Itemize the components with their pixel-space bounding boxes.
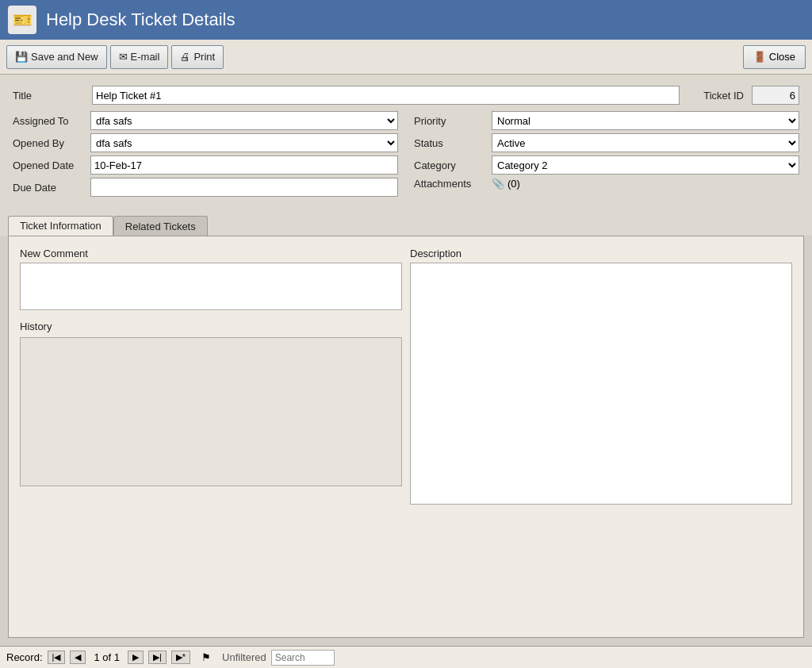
print-icon: 🖨	[180, 51, 190, 63]
nav-first-button[interactable]: |◀	[48, 651, 66, 664]
opened-date-input[interactable]	[90, 155, 398, 175]
attachments-label: Attachments	[414, 178, 485, 190]
filter-label: Unfiltered	[222, 651, 266, 663]
tab-content: New Comment History Description	[8, 236, 804, 638]
new-comment-label: New Comment	[20, 248, 402, 259]
description-label: Description	[410, 248, 792, 259]
toolbar: 💾 Save and New ✉ E-mail 🖨 Print 🚪 Close	[0, 40, 812, 75]
title-row: Title Ticket ID	[13, 86, 799, 105]
description-textarea[interactable]	[410, 263, 792, 505]
attachments-row: Attachments 📎 (0)	[414, 178, 799, 190]
close-button[interactable]: 🚪 Close	[743, 45, 806, 69]
title-input[interactable]	[92, 86, 680, 105]
close-icon: 🚪	[753, 51, 766, 63]
title-label: Title	[13, 90, 84, 102]
form-area: Title Ticket ID Assigned To dfa safs Ope…	[0, 75, 812, 211]
assigned-to-select[interactable]: dfa safs	[90, 111, 398, 130]
fields-grid: Assigned To dfa safs Opened By dfa safs …	[13, 111, 799, 200]
filter-icon: ⚑	[201, 651, 211, 663]
nav-next-button[interactable]: ▶	[128, 651, 144, 664]
category-row: Category Category 1 Category 2 Category …	[414, 155, 799, 175]
priority-row: Priority Normal Low High Critical	[414, 111, 799, 130]
tabs-container: Ticket Information Related Tickets	[0, 211, 812, 236]
assigned-to-row: Assigned To dfa safs	[13, 111, 398, 130]
opened-by-select[interactable]: dfa safs	[90, 133, 398, 152]
print-label: Print	[193, 51, 215, 63]
nav-new-button[interactable]: ▶*	[171, 651, 190, 664]
attachments-value: 📎 (0)	[492, 178, 520, 190]
ticket-id-input[interactable]	[752, 86, 799, 105]
nav-last-button[interactable]: ▶|	[148, 651, 167, 664]
assigned-to-label: Assigned To	[13, 115, 84, 127]
app-icon: 🎫	[8, 6, 36, 34]
due-date-input[interactable]	[90, 178, 398, 197]
app-header: 🎫 Help Desk Ticket Details	[0, 0, 812, 40]
paperclip-icon: 📎	[492, 178, 504, 190]
left-panel: New Comment History	[20, 248, 402, 507]
record-label: Record:	[6, 651, 43, 663]
right-panel: Description	[410, 248, 792, 507]
opened-by-label: Opened By	[13, 137, 84, 149]
history-label: History	[20, 321, 402, 332]
priority-label: Priority	[414, 115, 485, 127]
status-label: Status	[414, 137, 485, 149]
save-icon: 💾	[15, 51, 28, 63]
opened-date-row: Opened Date	[13, 155, 398, 175]
history-box	[20, 337, 402, 486]
close-label: Close	[769, 51, 795, 63]
search-input[interactable]	[271, 650, 335, 666]
save-and-new-label: Save and New	[31, 51, 98, 63]
statusbar: Record: |◀ ◀ 1 of 1 ▶ ▶| ▶* ⚑ Unfiltered	[0, 646, 812, 668]
status-row: Status Active Closed Pending	[414, 133, 799, 152]
tab-ticket-information[interactable]: Ticket Information	[8, 216, 113, 236]
record-position: 1 of 1	[94, 651, 120, 663]
email-button[interactable]: ✉ E-mail	[110, 45, 169, 69]
category-select[interactable]: Category 1 Category 2 Category 3	[492, 155, 799, 175]
nav-prev-button[interactable]: ◀	[70, 651, 86, 664]
tabs-header: Ticket Information Related Tickets	[8, 216, 804, 236]
due-date-label: Due Date	[13, 182, 84, 194]
save-and-new-button[interactable]: 💾 Save and New	[6, 45, 107, 69]
email-label: E-mail	[131, 51, 160, 63]
attachments-count: (0)	[508, 178, 520, 190]
print-button[interactable]: 🖨 Print	[171, 45, 224, 69]
tab-related-tickets[interactable]: Related Tickets	[113, 216, 208, 236]
email-icon: ✉	[119, 51, 128, 63]
new-comment-textarea[interactable]	[20, 263, 402, 310]
due-date-row: Due Date	[13, 178, 398, 197]
tab-inner: New Comment History Description	[20, 248, 792, 507]
opened-date-label: Opened Date	[13, 159, 84, 171]
ticket-id-label: Ticket ID	[703, 90, 744, 102]
priority-select[interactable]: Normal Low High Critical	[492, 111, 799, 130]
app-title: Help Desk Ticket Details	[46, 10, 235, 30]
status-select[interactable]: Active Closed Pending	[492, 133, 799, 152]
category-label: Category	[414, 159, 485, 171]
opened-by-row: Opened By dfa safs	[13, 133, 398, 152]
